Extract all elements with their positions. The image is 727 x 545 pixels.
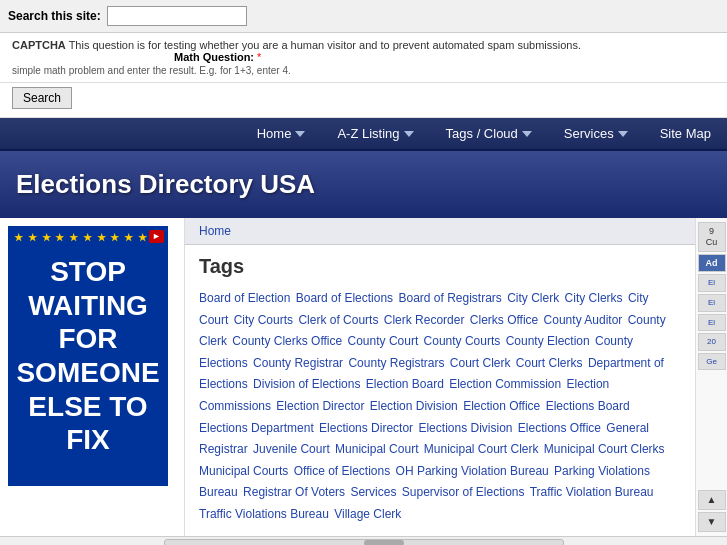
main-layout: ★ ★ ★ ★ ★ ★ ★ ★ ★ ★ ★ ► STOP WAITING FOR…: [0, 218, 727, 536]
tag-link[interactable]: County Clerks Office: [232, 334, 342, 348]
ad-stars: ★ ★ ★ ★ ★ ★ ★ ★ ★ ★ ★: [14, 232, 162, 244]
ad-sidebar-label: Ad: [698, 254, 726, 273]
nav-services[interactable]: Services: [548, 118, 644, 149]
tag-link[interactable]: City Clerks: [565, 291, 623, 305]
tag-link[interactable]: Traffic Violation Bureau: [530, 485, 654, 499]
tags-arrow-icon: [522, 131, 532, 137]
tag-link[interactable]: Court Clerks: [516, 356, 583, 370]
site-title-bar: Elections Directory USA: [0, 151, 727, 218]
search-button[interactable]: Search: [12, 87, 72, 109]
counter-sub: Cu: [706, 237, 718, 247]
tag-link[interactable]: Office of Elections: [294, 464, 391, 478]
tag-link[interactable]: Clerk Recorder: [384, 313, 465, 327]
tags-heading: Tags: [199, 255, 681, 278]
captcha-description: This question is for testing whether you…: [69, 39, 581, 51]
tag-link[interactable]: County Election: [506, 334, 590, 348]
sidebar-row-4: 20: [698, 333, 726, 351]
navbar: Home A-Z Listing Tags / Cloud Services S…: [0, 118, 727, 151]
left-sidebar: ★ ★ ★ ★ ★ ★ ★ ★ ★ ★ ★ ► STOP WAITING FOR…: [0, 218, 185, 536]
scroll-up-icon[interactable]: ▲: [698, 490, 726, 510]
tag-link[interactable]: Village Clerk: [334, 507, 401, 521]
tag-link[interactable]: Division of Elections: [253, 377, 360, 391]
tag-link[interactable]: Board of Election: [199, 291, 290, 305]
breadcrumb: Home: [185, 218, 695, 245]
tag-link[interactable]: County Registrars: [348, 356, 444, 370]
nav-home[interactable]: Home: [241, 118, 322, 149]
tag-link[interactable]: County Courts: [424, 334, 501, 348]
tag-link[interactable]: Board of Registrars: [398, 291, 501, 305]
tag-link[interactable]: County Registrar: [253, 356, 343, 370]
captcha-section: CAPTCHA This question is for testing whe…: [0, 33, 727, 83]
scroll-down-icon[interactable]: ▼: [698, 512, 726, 532]
content-inner: Tags Board of Election Board of Election…: [185, 245, 695, 536]
scrollbar-thumb[interactable]: [364, 540, 404, 545]
sidebar-row-2: El: [698, 294, 726, 312]
breadcrumb-home-link[interactable]: Home: [199, 224, 231, 238]
tag-link[interactable]: County Court: [348, 334, 419, 348]
sidebar-row-1: El: [698, 274, 726, 292]
tag-link[interactable]: Board of Elections: [296, 291, 393, 305]
sidebar-row-3: El: [698, 314, 726, 332]
tag-link[interactable]: Election Director: [276, 399, 364, 413]
nav-tags-cloud[interactable]: Tags / Cloud: [430, 118, 548, 149]
tag-link[interactable]: Election Board: [366, 377, 444, 391]
nav-site-map[interactable]: Site Map: [644, 118, 727, 149]
tag-link[interactable]: Elections Department: [199, 421, 314, 435]
tag-link[interactable]: Election Office: [463, 399, 540, 413]
nav-az-listing[interactable]: A-Z Listing: [321, 118, 429, 149]
tag-link[interactable]: City Clerk: [507, 291, 559, 305]
tag-link[interactable]: Municipal Court Clerk: [424, 442, 539, 456]
tag-link[interactable]: Clerk of Courts: [298, 313, 378, 327]
site-title: Elections Directory USA: [16, 169, 711, 200]
math-question-label: Math Question:: [174, 51, 254, 63]
tag-link[interactable]: OH Parking Violation Bureau: [396, 464, 549, 478]
tag-link[interactable]: Elections Board: [546, 399, 630, 413]
scrollbar-track[interactable]: [164, 539, 564, 545]
search-bar: Search this site:: [0, 0, 727, 33]
tag-link[interactable]: Elections Office: [518, 421, 601, 435]
captcha-instruction: simple math problem and enter the result…: [12, 65, 715, 76]
counter-block: 9 Cu: [698, 222, 726, 252]
ad-badge: ►: [149, 230, 164, 243]
captcha-label: CAPTCHA: [12, 39, 66, 51]
tag-link[interactable]: Registrar Of Voters: [243, 485, 345, 499]
az-arrow-icon: [404, 131, 414, 137]
tag-link[interactable]: County Auditor: [544, 313, 623, 327]
home-arrow-icon: [295, 131, 305, 137]
math-required-marker: *: [257, 51, 261, 63]
tag-link[interactable]: Services: [350, 485, 396, 499]
content-area: Home Tags Board of Election Board of Ele…: [185, 218, 695, 536]
tag-link[interactable]: Election Division: [370, 399, 458, 413]
search-input[interactable]: [107, 6, 247, 26]
tag-link[interactable]: Municipal Courts: [199, 464, 288, 478]
advertisement-banner[interactable]: ★ ★ ★ ★ ★ ★ ★ ★ ★ ★ ★ ► STOP WAITING FOR…: [8, 226, 168, 486]
tag-link[interactable]: Municipal Court: [335, 442, 418, 456]
tag-link[interactable]: Clerks Office: [470, 313, 538, 327]
right-sidebar: 9 Cu Ad El El El 20 Ge ▲ ▼: [695, 218, 727, 536]
search-button-row: Search: [0, 83, 727, 118]
tags-list: Board of Election Board of Elections Boa…: [199, 288, 681, 526]
tag-link[interactable]: Elections Director: [319, 421, 413, 435]
tag-link[interactable]: Traffic Violations Bureau: [199, 507, 329, 521]
search-label: Search this site:: [8, 9, 101, 23]
tag-link[interactable]: Supervisor of Elections: [402, 485, 525, 499]
bottom-scrollbar[interactable]: [0, 536, 727, 545]
services-arrow-icon: [618, 131, 628, 137]
tag-link[interactable]: Court Clerk: [450, 356, 511, 370]
tag-link[interactable]: Election Commission: [449, 377, 561, 391]
counter-value: 9: [709, 226, 714, 236]
tag-link[interactable]: Juvenile Court: [253, 442, 330, 456]
ad-text: STOP WAITING FOR SOMEONE ELSE TO FIX: [16, 255, 159, 457]
sidebar-row-5: Ge: [698, 353, 726, 371]
tag-link[interactable]: Municipal Court Clerks: [544, 442, 665, 456]
tag-link[interactable]: City Courts: [234, 313, 293, 327]
tag-link[interactable]: Elections Division: [418, 421, 512, 435]
